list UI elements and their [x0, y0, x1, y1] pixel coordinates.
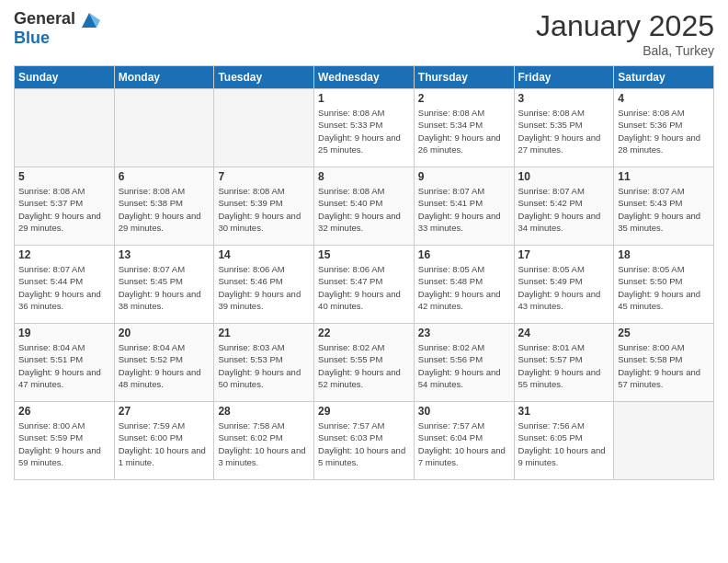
day-info: Sunrise: 8:08 AMSunset: 5:39 PMDaylight:…: [218, 185, 310, 234]
day-number: 4: [618, 92, 710, 105]
day-info: Sunrise: 8:05 AMSunset: 5:48 PMDaylight:…: [418, 263, 510, 312]
calendar-cell: 1Sunrise: 8:08 AMSunset: 5:33 PMDaylight…: [314, 89, 415, 167]
calendar-cell: 22Sunrise: 8:02 AMSunset: 5:55 PMDayligh…: [314, 324, 415, 402]
day-info: Sunrise: 8:08 AMSunset: 5:36 PMDaylight:…: [618, 107, 710, 155]
day-number: 1: [318, 92, 410, 105]
day-number: 6: [119, 170, 210, 183]
day-number: 2: [418, 92, 510, 105]
calendar-cell: 26Sunrise: 8:00 AMSunset: 5:59 PMDayligh…: [15, 402, 115, 480]
day-number: 8: [318, 170, 410, 183]
day-info: Sunrise: 8:08 AMSunset: 5:35 PMDaylight:…: [518, 107, 610, 155]
location: Bala, Turkey: [536, 43, 714, 58]
calendar-cell: 3Sunrise: 8:08 AMSunset: 5:35 PMDaylight…: [514, 89, 614, 167]
calendar-cell: 15Sunrise: 8:06 AMSunset: 5:47 PMDayligh…: [314, 246, 415, 324]
day-info: Sunrise: 7:57 AMSunset: 6:03 PMDaylight:…: [318, 419, 410, 468]
day-info: Sunrise: 8:04 AMSunset: 5:51 PMDaylight:…: [18, 341, 110, 390]
day-number: 7: [218, 170, 310, 183]
calendar-cell: [15, 89, 115, 167]
day-info: Sunrise: 8:07 AMSunset: 5:44 PMDaylight:…: [18, 263, 110, 312]
day-header-saturday: Saturday: [614, 66, 714, 89]
day-info: Sunrise: 8:08 AMSunset: 5:40 PMDaylight:…: [318, 185, 410, 234]
day-info: Sunrise: 8:08 AMSunset: 5:37 PMDaylight:…: [18, 185, 110, 234]
day-number: 27: [119, 405, 210, 418]
day-number: 3: [518, 92, 610, 105]
calendar-cell: 16Sunrise: 8:05 AMSunset: 5:48 PMDayligh…: [414, 246, 514, 324]
day-number: 11: [618, 170, 710, 183]
calendar-cell: 7Sunrise: 8:08 AMSunset: 5:39 PMDaylight…: [214, 167, 314, 246]
calendar-cell: 2Sunrise: 8:08 AMSunset: 5:34 PMDaylight…: [414, 89, 514, 167]
logo-blue: Blue: [14, 29, 50, 47]
day-header-wednesday: Wednesday: [314, 66, 415, 89]
day-number: 17: [518, 248, 610, 261]
day-info: Sunrise: 8:07 AMSunset: 5:42 PMDaylight:…: [518, 185, 610, 234]
logo-text: General Blue: [14, 9, 75, 48]
day-info: Sunrise: 8:00 AMSunset: 5:58 PMDaylight:…: [618, 341, 710, 390]
calendar-cell: 12Sunrise: 8:07 AMSunset: 5:44 PMDayligh…: [15, 246, 115, 324]
calendar-cell: 23Sunrise: 8:02 AMSunset: 5:56 PMDayligh…: [414, 324, 514, 402]
day-number: 12: [18, 248, 110, 261]
day-info: Sunrise: 8:01 AMSunset: 5:57 PMDaylight:…: [518, 341, 610, 390]
day-number: 21: [218, 327, 310, 339]
day-info: Sunrise: 8:04 AMSunset: 5:52 PMDaylight:…: [119, 341, 210, 390]
day-number: 22: [318, 327, 410, 339]
day-number: 14: [218, 248, 310, 261]
day-info: Sunrise: 8:08 AMSunset: 5:34 PMDaylight:…: [418, 107, 510, 155]
day-number: 18: [618, 248, 710, 261]
day-header-friday: Friday: [514, 66, 614, 89]
calendar-cell: 30Sunrise: 7:57 AMSunset: 6:04 PMDayligh…: [414, 402, 514, 480]
calendar-cell: 6Sunrise: 8:08 AMSunset: 5:38 PMDaylight…: [114, 167, 214, 246]
day-info: Sunrise: 8:02 AMSunset: 5:55 PMDaylight:…: [318, 341, 410, 390]
calendar-cell: 13Sunrise: 8:07 AMSunset: 5:45 PMDayligh…: [114, 246, 214, 324]
title-area: January 2025 Bala, Turkey: [536, 9, 714, 58]
calendar-cell: 18Sunrise: 8:05 AMSunset: 5:50 PMDayligh…: [614, 246, 714, 324]
day-number: 26: [18, 405, 110, 418]
day-info: Sunrise: 8:05 AMSunset: 5:49 PMDaylight:…: [518, 263, 610, 312]
calendar-cell: 14Sunrise: 8:06 AMSunset: 5:46 PMDayligh…: [214, 246, 314, 324]
day-header-thursday: Thursday: [414, 66, 514, 89]
logo-general: General: [14, 9, 75, 28]
day-info: Sunrise: 8:03 AMSunset: 5:53 PMDaylight:…: [218, 341, 310, 390]
calendar-cell: [614, 402, 714, 480]
day-info: Sunrise: 8:06 AMSunset: 5:47 PMDaylight:…: [318, 263, 410, 312]
calendar-cell: 9Sunrise: 8:07 AMSunset: 5:41 PMDaylight…: [414, 167, 514, 246]
day-number: 19: [18, 327, 110, 339]
calendar-cell: 17Sunrise: 8:05 AMSunset: 5:49 PMDayligh…: [514, 246, 614, 324]
day-number: 30: [418, 405, 510, 418]
calendar-cell: 24Sunrise: 8:01 AMSunset: 5:57 PMDayligh…: [514, 324, 614, 402]
day-info: Sunrise: 8:06 AMSunset: 5:46 PMDaylight:…: [218, 263, 310, 312]
day-number: 13: [119, 248, 210, 261]
month-title: January 2025: [536, 9, 714, 43]
calendar-cell: 4Sunrise: 8:08 AMSunset: 5:36 PMDaylight…: [614, 89, 714, 167]
calendar-cell: 25Sunrise: 8:00 AMSunset: 5:58 PMDayligh…: [614, 324, 714, 402]
day-info: Sunrise: 8:07 AMSunset: 5:41 PMDaylight:…: [418, 185, 510, 234]
calendar-cell: 28Sunrise: 7:58 AMSunset: 6:02 PMDayligh…: [214, 402, 314, 480]
day-info: Sunrise: 8:08 AMSunset: 5:33 PMDaylight:…: [318, 107, 410, 155]
page-container: General Blue January 2025 Bala, Turkey S…: [0, 0, 728, 563]
calendar-cell: 31Sunrise: 7:56 AMSunset: 6:05 PMDayligh…: [514, 402, 614, 480]
day-header-tuesday: Tuesday: [214, 66, 314, 89]
day-number: 25: [618, 327, 710, 339]
calendar-header-row: SundayMondayTuesdayWednesdayThursdayFrid…: [15, 66, 714, 89]
calendar-cell: 27Sunrise: 7:59 AMSunset: 6:00 PMDayligh…: [114, 402, 214, 480]
day-number: 24: [518, 327, 610, 339]
calendar-week-5: 26Sunrise: 8:00 AMSunset: 5:59 PMDayligh…: [15, 402, 714, 480]
header: General Blue January 2025 Bala, Turkey: [14, 9, 714, 58]
calendar-cell: [114, 89, 214, 167]
day-number: 23: [418, 327, 510, 339]
day-number: 20: [119, 327, 210, 339]
day-header-sunday: Sunday: [15, 66, 115, 89]
day-info: Sunrise: 8:00 AMSunset: 5:59 PMDaylight:…: [18, 419, 110, 468]
day-number: 28: [218, 405, 310, 418]
calendar-cell: 21Sunrise: 8:03 AMSunset: 5:53 PMDayligh…: [214, 324, 314, 402]
calendar-cell: [214, 89, 314, 167]
calendar-week-3: 12Sunrise: 8:07 AMSunset: 5:44 PMDayligh…: [15, 246, 714, 324]
calendar-week-1: 1Sunrise: 8:08 AMSunset: 5:33 PMDaylight…: [15, 89, 714, 167]
day-number: 31: [518, 405, 610, 418]
calendar-cell: 8Sunrise: 8:08 AMSunset: 5:40 PMDaylight…: [314, 167, 415, 246]
day-info: Sunrise: 8:07 AMSunset: 5:45 PMDaylight:…: [119, 263, 210, 312]
day-number: 29: [318, 405, 410, 418]
calendar-cell: 19Sunrise: 8:04 AMSunset: 5:51 PMDayligh…: [15, 324, 115, 402]
day-info: Sunrise: 7:58 AMSunset: 6:02 PMDaylight:…: [218, 419, 310, 468]
day-header-monday: Monday: [114, 66, 214, 89]
day-info: Sunrise: 8:05 AMSunset: 5:50 PMDaylight:…: [618, 263, 710, 312]
